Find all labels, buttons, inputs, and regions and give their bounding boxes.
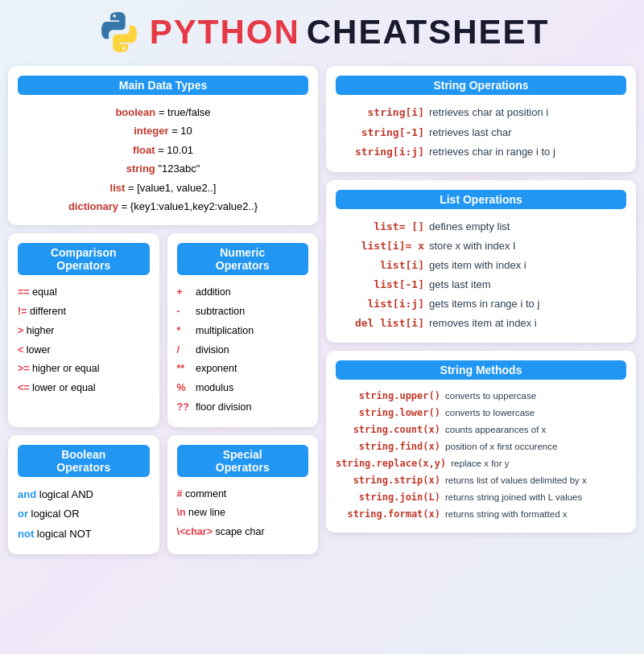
comp-op-lte: <= — [18, 382, 30, 393]
numeric-operators-box: NumericOperators + addition - subtractio… — [167, 233, 319, 426]
list-item: list[i:j] gets items in range i to j — [336, 294, 626, 314]
title-cheatsheet: CHEATSHEET — [307, 13, 550, 51]
list-item: % modulus — [177, 379, 309, 398]
list-item: + addition — [177, 283, 309, 302]
left-column: Main Data Types boolean = true/false int… — [8, 66, 318, 554]
dt-key-boolean: boolean — [115, 106, 155, 118]
list-op-set: list[i]= x — [336, 237, 424, 256]
string-methods-title: String Methods — [336, 360, 626, 380]
list-item: ** exponent — [177, 360, 309, 379]
list-item: boolean = true/false — [18, 103, 308, 121]
list-item: not logical NOT — [18, 524, 150, 545]
str-op-neg1-desc: retrieves last char — [429, 123, 512, 143]
spec-op-newline: \n — [177, 507, 186, 518]
sm-replace: string.replace(x,y) — [336, 455, 446, 472]
list-item: string.lower() converts to lowercase — [336, 405, 626, 422]
str-op-i-desc: retrieves char at position i — [429, 103, 548, 123]
bool-op-and: and — [18, 488, 36, 500]
sm-strip: string.strip(x) — [336, 472, 440, 489]
list-item: <= lower or equal — [18, 379, 150, 398]
boolean-operators-content: and logical AND or logical OR not logica… — [18, 485, 150, 545]
num-op-exp: ** — [177, 360, 193, 379]
list-item: > higher — [18, 322, 150, 341]
num-op-mod: % — [177, 379, 193, 398]
boolean-operators-title: BooleanOperators — [18, 445, 150, 477]
list-op-last: list[-1] — [336, 275, 424, 294]
list-operations-content: list= [] defines empty list list[i]= x s… — [336, 217, 626, 333]
list-item: string.join(L) returns string joined wit… — [336, 489, 626, 506]
list-item: ?? floor division — [177, 398, 309, 417]
list-item: list[i] gets item with index i — [336, 256, 626, 275]
list-item: string[i:j] retrieves char in range i to… — [336, 142, 626, 162]
sm-format: string.format(x) — [336, 506, 440, 523]
num-op-sub: - — [177, 302, 193, 322]
list-op-del: del list[i] — [336, 314, 424, 333]
title-python: PYTHON — [150, 13, 300, 51]
list-item: >= higher or equal — [18, 360, 150, 379]
str-op-ij-desc: retrieves char in range i to j — [429, 142, 555, 162]
special-operators-box: SpecialOperators # comment \n new line \… — [167, 435, 319, 554]
list-item: \<char> scape char — [177, 523, 309, 542]
numeric-operators-title: NumericOperators — [177, 243, 309, 275]
boolean-operators-box: BooleanOperators and logical AND or logi… — [8, 435, 159, 554]
main-grid: Main Data Types boolean = true/false int… — [8, 66, 636, 554]
comparison-operators-content: == equal != different > higher < lower >… — [18, 283, 150, 398]
main-data-types-content: boolean = true/false integer = 10 float … — [18, 103, 308, 216]
num-op-add: + — [177, 283, 193, 302]
list-item: dictionary = {key1:value1,key2:value2..} — [18, 197, 308, 216]
list-item: != different — [18, 302, 150, 322]
special-operators-title: SpecialOperators — [177, 445, 309, 477]
list-op-empty: list= [] — [336, 217, 424, 237]
list-item: or logical OR — [18, 504, 150, 524]
python-logo-icon — [95, 8, 143, 56]
list-item: string.count(x) counts appearances of x — [336, 422, 626, 438]
string-operations-content: string[i] retrieves char at position i s… — [336, 103, 626, 162]
list-item: - subtraction — [177, 302, 309, 322]
special-operators-content: # comment \n new line \<char> scape char — [177, 485, 309, 542]
list-item: string.find(x) position of x first occur… — [336, 438, 626, 455]
string-operations-box: String Operations string[i] retrieves ch… — [326, 66, 636, 172]
sm-lower: string.lower() — [336, 405, 440, 422]
comp-op-lt: < — [18, 344, 23, 356]
list-op-get: list[i] — [336, 256, 424, 275]
bool-op-not: not — [18, 528, 34, 540]
list-item: string.upper() converts to uppercase — [336, 388, 626, 405]
bool-special-row: BooleanOperators and logical AND or logi… — [8, 435, 318, 554]
str-op-ij: string[i:j] — [336, 142, 424, 162]
comp-op-gt: > — [18, 325, 23, 336]
list-item: del list[i] removes item at index i — [336, 314, 626, 333]
str-op-neg1: string[-1] — [336, 123, 424, 143]
list-item: string "123abc" — [18, 159, 308, 178]
spec-op-comment: # — [177, 488, 183, 500]
list-item: # comment — [177, 485, 309, 504]
string-methods-box: String Methods string.upper() converts t… — [326, 351, 636, 533]
list-operations-title: List Operations — [336, 190, 626, 209]
list-item: and logical AND — [18, 485, 150, 505]
list-item: == equal — [18, 283, 150, 302]
sm-upper: string.upper() — [336, 388, 440, 405]
list-item: < lower — [18, 341, 150, 360]
list-item: / division — [177, 341, 309, 360]
list-item: list = [value1, value2..] — [18, 179, 308, 197]
list-item: list[-1] gets last item — [336, 275, 626, 294]
dt-key-integer: integer — [134, 125, 168, 137]
page-header: PYTHON CHEATSHEET — [8, 8, 636, 56]
dt-key-dictionary: dictionary — [68, 200, 118, 212]
list-op-range: list[i:j] — [336, 294, 424, 314]
sm-join: string.join(L) — [336, 489, 440, 506]
num-op-mul: * — [177, 322, 193, 341]
bool-op-or: or — [18, 508, 28, 520]
num-op-div: / — [177, 341, 193, 360]
num-op-floordiv: ?? — [177, 398, 193, 417]
list-item: string.strip(x) returns list of values d… — [336, 472, 626, 489]
list-item: string.format(x) returns string with for… — [336, 506, 626, 523]
comparison-operators-title: ComparisonOperators — [18, 243, 150, 275]
list-item: list[i]= x store x with index I — [336, 237, 626, 256]
comp-op-eq: == — [18, 286, 30, 298]
ops-row: ComparisonOperators == equal != differen… — [8, 233, 318, 426]
list-item: \n new line — [177, 504, 309, 523]
main-data-types-box: Main Data Types boolean = true/false int… — [8, 66, 318, 225]
sm-find: string.find(x) — [336, 438, 440, 455]
comparison-operators-box: ComparisonOperators == equal != differen… — [8, 233, 159, 426]
string-operations-title: String Operations — [336, 76, 626, 95]
